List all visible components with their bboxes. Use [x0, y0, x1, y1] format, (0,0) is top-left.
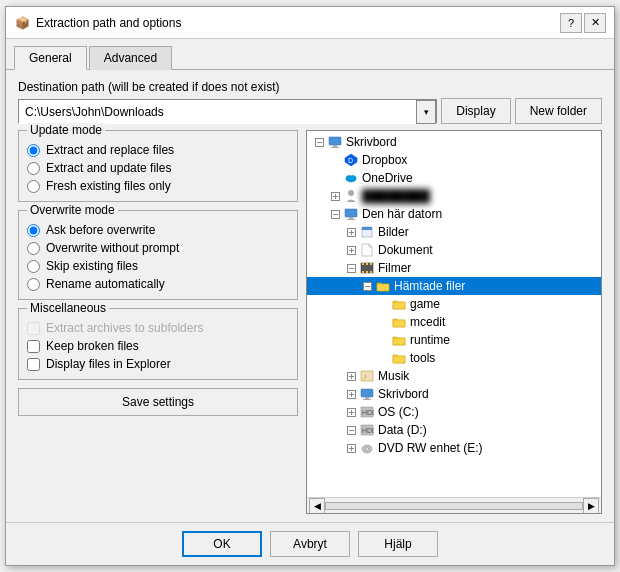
tree-expander[interactable] — [327, 187, 343, 205]
tree-item[interactable]: ♪Musik — [307, 367, 601, 385]
tree-expander[interactable] — [327, 205, 343, 223]
help-button-bottom[interactable]: Hjälp — [358, 531, 438, 557]
tree-item[interactable]: Hämtade filer — [307, 277, 601, 295]
tree-icon — [359, 224, 375, 240]
tree-expander[interactable] — [375, 349, 391, 367]
dialog: 📦 Extraction path and options ? ✕ Genera… — [5, 6, 615, 566]
tree-icon — [359, 242, 375, 258]
bottom-bar: OK Avbryt Hjälp — [6, 522, 614, 565]
svg-text:♪: ♪ — [363, 372, 367, 381]
svg-rect-4 — [331, 147, 339, 148]
radio-ask-before[interactable]: Ask before overwrite — [27, 223, 289, 237]
tree-item[interactable]: ████████ — [307, 187, 601, 205]
tree-expander[interactable] — [343, 403, 359, 421]
tree-item-label: Data (D:) — [378, 423, 427, 437]
tree-item[interactable]: tools — [307, 349, 601, 367]
tree-item[interactable]: HDDOS (C:) — [307, 403, 601, 421]
tree-expander[interactable] — [375, 295, 391, 313]
tree-item[interactable]: OneDrive — [307, 169, 601, 187]
check-display-explorer-label: Display files in Explorer — [46, 357, 171, 371]
tree-icon: HDD — [359, 404, 375, 420]
radio-skip-existing-label: Skip existing files — [46, 259, 138, 273]
cancel-button[interactable]: Avbryt — [270, 531, 350, 557]
new-folder-button[interactable]: New folder — [515, 98, 602, 124]
tree-item[interactable]: Filmer — [307, 259, 601, 277]
svg-rect-35 — [370, 271, 372, 273]
update-mode-options: Extract and replace files Extract and up… — [27, 143, 289, 193]
tab-general[interactable]: General — [14, 46, 87, 70]
radio-extract-update[interactable]: Extract and update files — [27, 161, 289, 175]
svg-rect-32 — [370, 263, 372, 265]
check-keep-broken-input[interactable] — [27, 340, 40, 353]
tab-advanced[interactable]: Advanced — [89, 46, 172, 70]
svg-text:D: D — [348, 157, 353, 164]
svg-text:HDD: HDD — [362, 427, 374, 434]
help-button[interactable]: ? — [560, 13, 582, 33]
radio-rename-auto[interactable]: Rename automatically — [27, 277, 289, 291]
svg-text:HDD: HDD — [362, 409, 374, 416]
svg-rect-34 — [366, 271, 368, 273]
tree-expander[interactable] — [359, 277, 375, 295]
radio-rename-auto-input[interactable] — [27, 278, 40, 291]
radio-overwrite-no-prompt[interactable]: Overwrite without prompt — [27, 241, 289, 255]
radio-extract-replace-input[interactable] — [27, 144, 40, 157]
tree-item[interactable]: Den här datorn — [307, 205, 601, 223]
tree-expander[interactable] — [343, 385, 359, 403]
check-keep-broken[interactable]: Keep broken files — [27, 339, 289, 353]
tree-expander[interactable] — [343, 259, 359, 277]
radio-extract-update-input[interactable] — [27, 162, 40, 175]
svg-rect-31 — [366, 263, 368, 265]
check-display-explorer[interactable]: Display files in Explorer — [27, 357, 289, 371]
radio-ask-before-input[interactable] — [27, 224, 40, 237]
tree-item-label: ████████ — [362, 189, 430, 203]
tree-expander[interactable] — [327, 151, 343, 169]
tree-item[interactable]: DVD RW enhet (E:) — [307, 439, 601, 457]
title-bar-title: Extraction path and options — [36, 16, 560, 30]
ok-button[interactable]: OK — [182, 531, 262, 557]
tree-expander[interactable] — [343, 421, 359, 439]
scroll-left-arrow[interactable]: ◀ — [309, 498, 325, 514]
tree-item[interactable]: Skrivbord — [307, 133, 601, 151]
tree-expander[interactable] — [375, 313, 391, 331]
tree-expander[interactable] — [343, 367, 359, 385]
tree-expander[interactable] — [327, 169, 343, 187]
tree-item[interactable]: game — [307, 295, 601, 313]
tree-item[interactable]: mcedit — [307, 313, 601, 331]
tree-item-label: DVD RW enhet (E:) — [378, 441, 482, 455]
tree-item[interactable]: Bilder — [307, 223, 601, 241]
tree-expander[interactable] — [375, 331, 391, 349]
display-button[interactable]: Display — [441, 98, 510, 124]
tree-item[interactable]: Dokument — [307, 241, 601, 259]
tree-expander[interactable] — [343, 223, 359, 241]
tabs: General Advanced — [6, 39, 614, 70]
radio-overwrite-no-prompt-input[interactable] — [27, 242, 40, 255]
destination-input[interactable] — [19, 100, 416, 124]
tree-item-label: Bilder — [378, 225, 409, 239]
scroll-right-arrow[interactable]: ▶ — [583, 498, 599, 514]
tree-item-label: Dokument — [378, 243, 433, 257]
radio-skip-existing[interactable]: Skip existing files — [27, 259, 289, 273]
radio-skip-existing-input[interactable] — [27, 260, 40, 273]
tree-expander[interactable] — [311, 133, 327, 151]
tree-item-label: OneDrive — [362, 171, 413, 185]
check-display-explorer-input[interactable] — [27, 358, 40, 371]
file-tree[interactable]: SkrivbordDDropboxOneDrive████████Den här… — [307, 131, 601, 497]
tree-icon — [343, 206, 359, 222]
radio-fresh-existing-input[interactable] — [27, 180, 40, 193]
radio-fresh-existing[interactable]: Fresh existing files only — [27, 179, 289, 193]
horizontal-scrollbar[interactable]: ◀ ▶ — [307, 497, 601, 513]
destination-dropdown[interactable]: ▾ — [416, 100, 436, 124]
tree-item-label: tools — [410, 351, 435, 365]
tree-expander[interactable] — [343, 439, 359, 457]
save-settings-button[interactable]: Save settings — [18, 388, 298, 416]
tree-item[interactable]: Skrivbord — [307, 385, 601, 403]
radio-extract-replace[interactable]: Extract and replace files — [27, 143, 289, 157]
tree-item[interactable]: DDropbox — [307, 151, 601, 169]
check-extract-subfolders-input[interactable] — [27, 322, 40, 335]
close-button[interactable]: ✕ — [584, 13, 606, 33]
tree-expander[interactable] — [343, 241, 359, 259]
tree-icon: HDD — [359, 422, 375, 438]
tree-item[interactable]: HDDData (D:) — [307, 421, 601, 439]
tree-item[interactable]: runtime — [307, 331, 601, 349]
check-extract-subfolders[interactable]: Extract archives to subfolders — [27, 321, 289, 335]
